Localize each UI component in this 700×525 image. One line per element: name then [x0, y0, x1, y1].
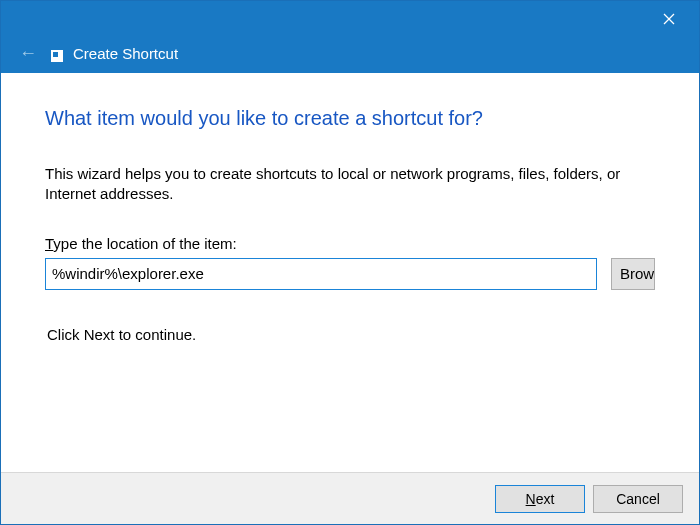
next-label-rest: ext — [536, 491, 555, 507]
location-input-row: Browse... — [45, 258, 655, 290]
back-arrow-icon: ← — [19, 43, 37, 64]
create-shortcut-window: ← Create Shortcut What item would you li… — [0, 0, 700, 525]
location-input[interactable] — [45, 258, 597, 290]
wizard-content: What item would you like to create a sho… — [1, 73, 699, 343]
continue-instruction: Click Next to continue. — [47, 326, 655, 343]
next-button[interactable]: Next — [495, 485, 585, 513]
shortcut-icon — [51, 50, 63, 62]
close-button[interactable] — [649, 5, 689, 33]
window-title: Create Shortcut — [73, 45, 178, 62]
cancel-button[interactable]: Cancel — [593, 485, 683, 513]
close-icon — [663, 13, 675, 25]
titlebar: ← Create Shortcut — [1, 1, 699, 73]
button-bar: Next Cancel — [1, 472, 699, 524]
location-label: Type the location of the item: — [45, 235, 655, 252]
wizard-heading: What item would you like to create a sho… — [45, 107, 655, 130]
wizard-description: This wizard helps you to create shortcut… — [45, 164, 655, 205]
location-label-text: ype the location of the item: — [53, 235, 236, 252]
next-accelerator: N — [526, 491, 536, 507]
browse-button[interactable]: Browse... — [611, 258, 655, 290]
